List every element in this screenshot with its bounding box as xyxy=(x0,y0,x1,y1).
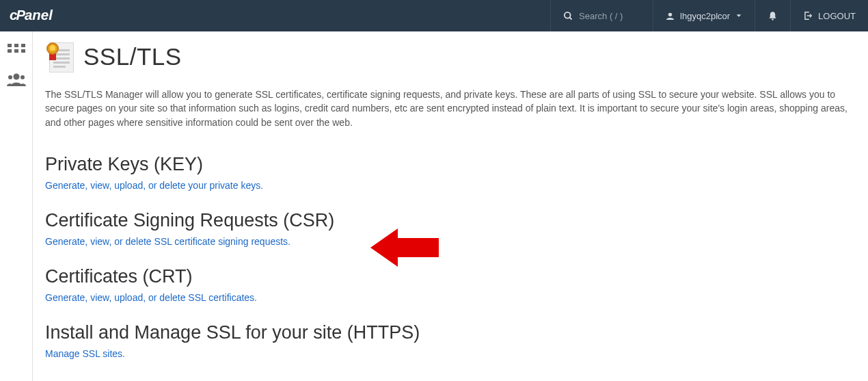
section-title-crt: Certificates (CRT) xyxy=(45,266,854,287)
section-title-install: Install and Manage SSL for your site (HT… xyxy=(45,322,854,343)
logout-label: LOGOUT xyxy=(818,11,856,21)
svg-point-5 xyxy=(668,12,672,16)
svg-point-3 xyxy=(565,12,571,18)
svg-line-4 xyxy=(569,17,571,19)
grid-icon xyxy=(8,44,25,57)
intro-text: The SSL/TLS Manager will allow you to ge… xyxy=(45,88,854,129)
search-cell[interactable] xyxy=(550,0,653,31)
svg-point-6 xyxy=(772,18,774,21)
svg-point-13 xyxy=(13,74,19,80)
svg-rect-11 xyxy=(14,49,18,53)
svg-rect-9 xyxy=(21,44,25,47)
user-icon xyxy=(666,12,675,21)
svg-text:anel: anel xyxy=(25,8,53,23)
logout-icon xyxy=(803,11,813,21)
ssl-certificate-icon xyxy=(45,41,74,73)
user-menu[interactable]: lhgyqc2plcor xyxy=(653,0,755,31)
section-title-csr: Certificate Signing Requests (CSR) xyxy=(45,210,854,231)
svg-rect-8 xyxy=(14,44,18,47)
svg-marker-16 xyxy=(370,228,439,267)
page-title: SSL/TLS xyxy=(83,43,182,70)
link-manage-ssl[interactable]: Manage SSL sites. xyxy=(45,348,125,359)
svg-point-15 xyxy=(21,75,25,79)
link-csr[interactable]: Generate, view, or delete SSL certificat… xyxy=(45,236,290,247)
annotation-arrow-icon xyxy=(370,226,439,270)
main-content: SSL/TLS The SSL/TLS Manager will allow y… xyxy=(33,31,868,381)
apps-grid-button[interactable] xyxy=(5,42,27,59)
username-label: lhgyqc2plcor xyxy=(680,11,730,21)
left-sidebar xyxy=(0,31,33,381)
chevron-down-icon xyxy=(735,12,742,19)
top-header: c P anel lhgyqc2plcor LOGOUT xyxy=(0,0,868,31)
svg-rect-10 xyxy=(8,49,12,53)
section-title-private-keys: Private Keys (KEY) xyxy=(45,154,854,175)
link-crt[interactable]: Generate, view, upload, or delete SSL ce… xyxy=(45,292,257,303)
svg-rect-12 xyxy=(21,49,25,53)
link-private-keys[interactable]: Generate, view, upload, or delete your p… xyxy=(45,180,263,191)
cpanel-logo[interactable]: c P anel xyxy=(10,7,85,25)
search-icon xyxy=(563,11,573,21)
logout-button[interactable]: LOGOUT xyxy=(790,0,868,31)
bell-icon xyxy=(768,11,778,21)
users-icon xyxy=(7,73,26,86)
users-button[interactable] xyxy=(5,71,27,88)
svg-point-14 xyxy=(8,75,12,79)
search-input[interactable] xyxy=(579,11,640,21)
notifications-button[interactable] xyxy=(755,0,790,31)
svg-rect-7 xyxy=(8,44,12,47)
